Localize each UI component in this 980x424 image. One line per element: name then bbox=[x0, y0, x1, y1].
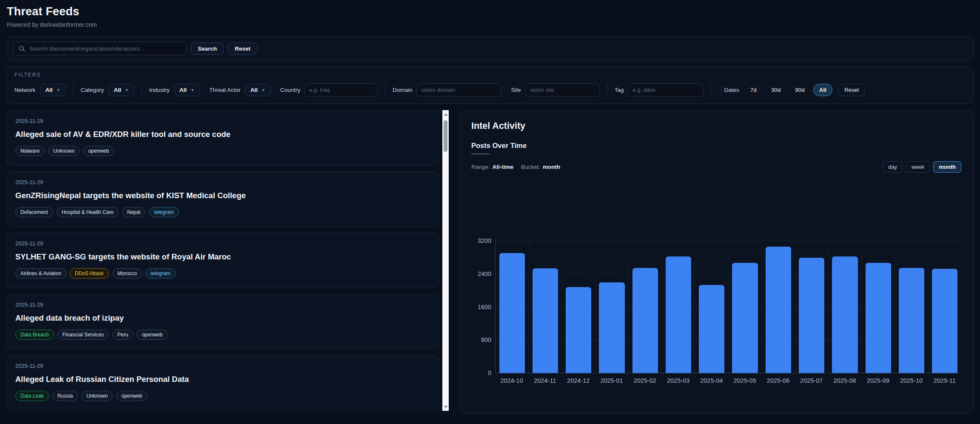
dates-option-30d[interactable]: 30d bbox=[765, 84, 787, 96]
bar-slot-2025-10 bbox=[895, 241, 928, 373]
bar-slot-2024-10 bbox=[496, 241, 529, 373]
bar-2024-12[interactable] bbox=[566, 287, 591, 373]
tag-financial-services[interactable]: Financial Services bbox=[57, 330, 109, 340]
tag-malware[interactable]: Malware bbox=[15, 146, 45, 156]
x-tick-2024-11: 2024-11 bbox=[528, 377, 561, 384]
tag-telegram[interactable]: telegram bbox=[145, 268, 176, 279]
feed-item-title[interactable]: Alleged data breach of izipay bbox=[15, 313, 430, 323]
x-tick-2025-03: 2025-03 bbox=[661, 377, 695, 384]
feed-item-date: 2025-11-29 bbox=[15, 363, 430, 369]
scrollbar-thumb[interactable] bbox=[444, 120, 447, 152]
x-tick-2025-10: 2025-10 bbox=[895, 377, 928, 384]
tag-ddos-attack[interactable]: DDoS Attack bbox=[70, 268, 109, 279]
bar-2025-05[interactable] bbox=[732, 263, 758, 373]
page-subtitle: Powered by darkwebinformer.com bbox=[7, 21, 973, 28]
y-tick-2400: 2400 bbox=[472, 270, 491, 277]
range-value: All-time bbox=[493, 164, 514, 170]
category-select[interactable]: All▼ bbox=[108, 84, 134, 96]
tag-openweb[interactable]: openweb bbox=[116, 391, 147, 401]
bucket-option-day[interactable]: day bbox=[883, 161, 903, 173]
bar-slot-2024-12 bbox=[562, 241, 595, 373]
scroll-up-arrow-icon[interactable] bbox=[442, 111, 449, 117]
search-box[interactable] bbox=[13, 42, 187, 55]
x-tick-2025-01: 2025-01 bbox=[595, 377, 628, 384]
feed-item-tags: Airlines & AviationDDoS AttackMoroccotel… bbox=[15, 268, 430, 279]
feed-item[interactable]: 2025-11-29SYLHET GANG-SG targets the web… bbox=[7, 233, 439, 288]
feed-item-title[interactable]: Alleged sale of AV & EDR/XDR killer tool… bbox=[15, 130, 430, 139]
chevron-down-icon: ▼ bbox=[262, 88, 265, 92]
tag-morocco[interactable]: Morocco bbox=[112, 268, 142, 279]
category-label: Category bbox=[81, 87, 104, 93]
filter-domain: Domain bbox=[393, 83, 502, 97]
tag-unknown[interactable]: Unknown bbox=[81, 391, 113, 401]
tag-russia[interactable]: Russia bbox=[52, 391, 78, 401]
feed-item-title[interactable]: SYLHET GANG-SG targets the website of Ro… bbox=[15, 252, 430, 262]
search-input[interactable] bbox=[29, 46, 182, 52]
network-select[interactable]: All▼ bbox=[40, 84, 66, 96]
tag-telegram[interactable]: telegram bbox=[149, 207, 179, 217]
bar-2025-07[interactable] bbox=[799, 258, 824, 373]
bar-2025-10[interactable] bbox=[899, 268, 924, 373]
bar-2024-10[interactable] bbox=[499, 253, 525, 373]
tag-openweb[interactable]: openweb bbox=[83, 146, 114, 156]
filter-divider bbox=[607, 84, 607, 96]
feed-item[interactable]: 2025-11-29Alleged data breach of izipayD… bbox=[7, 294, 439, 349]
filter-dates: Dates 7d30d90dAll bbox=[724, 84, 832, 96]
bar-2025-03[interactable] bbox=[666, 256, 691, 373]
site-input[interactable] bbox=[525, 83, 600, 97]
industry-select[interactable]: All▼ bbox=[174, 84, 200, 96]
feed-scrollbar[interactable] bbox=[442, 110, 449, 411]
chevron-down-icon: ▼ bbox=[191, 88, 194, 92]
tag-data-leak[interactable]: Data Leak bbox=[15, 391, 49, 401]
dates-option-7d[interactable]: 7d bbox=[744, 84, 763, 96]
tag-openweb[interactable]: openweb bbox=[137, 330, 168, 340]
threat-actor-select[interactable]: All▼ bbox=[245, 84, 271, 96]
filters-reset-button[interactable]: Reset bbox=[838, 84, 865, 96]
feed-item[interactable]: 2025-11-29GenZRisingNepal targets the we… bbox=[7, 171, 439, 227]
domain-input[interactable] bbox=[416, 83, 501, 97]
feed-item-title[interactable]: Alleged Leak of Russian Citizen Personal… bbox=[15, 375, 430, 384]
dates-option-all[interactable]: All bbox=[813, 84, 832, 96]
threat-feeds-page: Threat Feeds Powered by darkwebinformer.… bbox=[0, 0, 980, 416]
bucket-option-month[interactable]: month bbox=[933, 161, 961, 173]
feed-item-date: 2025-11-29 bbox=[15, 302, 430, 308]
y-tick-3200: 3200 bbox=[472, 237, 491, 244]
tag-label: Tag bbox=[615, 87, 624, 93]
dates-option-90d[interactable]: 90d bbox=[789, 84, 811, 96]
search-reset-button[interactable]: Reset bbox=[228, 43, 257, 55]
chart-x-axis-labels: 2024-102024-112024-122025-012025-022025-… bbox=[495, 377, 961, 384]
tag-peru[interactable]: Peru bbox=[112, 330, 133, 340]
feed-item[interactable]: 2025-11-29Alleged Leak of Russian Citize… bbox=[7, 355, 439, 410]
tag-hospital-health-care[interactable]: Hospital & Health Care bbox=[57, 207, 119, 217]
tag-unknown[interactable]: Unknown bbox=[48, 146, 80, 156]
filters-heading: FILTERS bbox=[14, 72, 966, 78]
filter-industry: Industry All▼ bbox=[149, 84, 200, 96]
tag-input[interactable] bbox=[628, 83, 704, 97]
bar-2025-08[interactable] bbox=[832, 256, 858, 373]
bar-2025-09[interactable] bbox=[866, 263, 891, 373]
feed-list: 2025-11-29Alleged sale of AV & EDR/XDR k… bbox=[7, 110, 439, 416]
bar-2025-11[interactable] bbox=[932, 269, 957, 373]
scroll-down-arrow-icon[interactable] bbox=[442, 404, 449, 410]
x-tick-2024-10: 2024-10 bbox=[495, 377, 528, 384]
bucket-option-week[interactable]: week bbox=[906, 161, 930, 173]
tag-defacement[interactable]: Defacement bbox=[15, 207, 53, 217]
x-tick-2025-04: 2025-04 bbox=[695, 377, 728, 384]
bar-2024-11[interactable] bbox=[533, 268, 558, 373]
search-button[interactable]: Search bbox=[191, 43, 224, 55]
industry-label: Industry bbox=[149, 87, 170, 93]
tag-data-breach[interactable]: Data Breach bbox=[15, 330, 54, 340]
search-icon bbox=[18, 45, 26, 52]
bar-2025-02[interactable] bbox=[632, 268, 658, 373]
bar-2025-04[interactable] bbox=[699, 285, 724, 373]
bar-slot-2025-03 bbox=[662, 241, 695, 373]
country-input[interactable] bbox=[305, 83, 378, 97]
feed-item-title[interactable]: GenZRisingNepal targets the website of K… bbox=[15, 191, 430, 200]
tag-airlines-aviation[interactable]: Airlines & Aviation bbox=[15, 268, 66, 279]
feed-item[interactable]: 2025-11-29Alleged sale of AV & EDR/XDR k… bbox=[7, 110, 439, 165]
bar-2025-06[interactable] bbox=[766, 247, 791, 373]
filter-country: Country bbox=[280, 83, 378, 97]
bar-2025-01[interactable] bbox=[599, 282, 624, 373]
tag-nepal[interactable]: Nepal bbox=[122, 207, 145, 217]
date-range-pills: 7d30d90dAll bbox=[744, 84, 832, 96]
